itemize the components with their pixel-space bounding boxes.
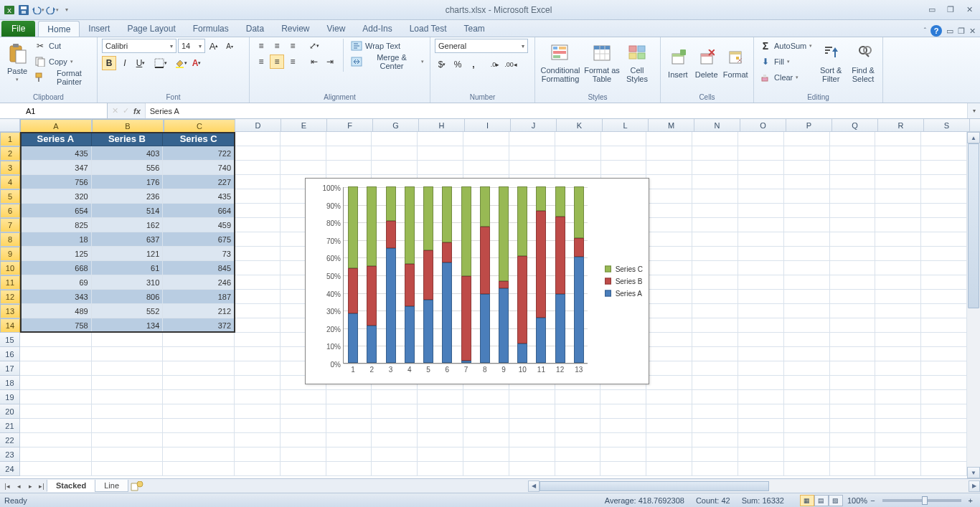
cell[interactable] <box>830 318 876 333</box>
column-header[interactable]: N <box>694 119 740 131</box>
cell[interactable] <box>875 333 921 347</box>
cell[interactable] <box>692 247 738 261</box>
cell[interactable] <box>921 361 967 376</box>
cell[interactable] <box>418 132 463 146</box>
view-normal-icon[interactable]: ▦ <box>800 495 814 506</box>
fx-icon[interactable]: fx <box>133 107 141 115</box>
cell[interactable] <box>921 462 967 476</box>
cell[interactable] <box>463 433 509 447</box>
tab-team[interactable]: Team <box>455 21 493 37</box>
workbook-minimize-icon[interactable]: ▭ <box>946 27 953 36</box>
cell[interactable] <box>738 404 784 419</box>
name-box-input[interactable] <box>0 107 107 115</box>
cell[interactable] <box>646 218 692 232</box>
cell[interactable] <box>600 433 646 447</box>
column-header[interactable]: D <box>235 119 281 131</box>
cell[interactable] <box>692 146 738 161</box>
cell[interactable] <box>372 390 418 404</box>
column-header[interactable]: M <box>649 119 694 131</box>
cell[interactable] <box>692 347 738 361</box>
cell[interactable] <box>326 419 372 433</box>
cell[interactable] <box>738 189 784 204</box>
chart-object[interactable]: 0%10%20%30%40%50%60%70%80%90%100%1234567… <box>305 178 649 384</box>
cell[interactable] <box>235 376 281 390</box>
align-center-icon[interactable]: ≡ <box>270 55 284 69</box>
row-header[interactable]: 14 <box>0 318 20 333</box>
cell[interactable] <box>646 376 692 390</box>
cell[interactable] <box>738 347 784 361</box>
orientation-icon[interactable]: ⤢▾ <box>307 39 321 53</box>
cell[interactable] <box>738 433 784 447</box>
column-header[interactable]: P <box>786 119 832 131</box>
cell[interactable] <box>692 232 738 247</box>
cell[interactable]: 806 <box>92 290 164 304</box>
row-header[interactable]: 5 <box>0 189 20 204</box>
cell[interactable] <box>20 390 92 404</box>
cell[interactable] <box>875 232 921 247</box>
cell[interactable] <box>738 204 784 218</box>
cell[interactable] <box>235 189 281 204</box>
column-header[interactable]: E <box>281 119 327 131</box>
cell[interactable] <box>830 447 876 462</box>
cell[interactable] <box>235 204 281 218</box>
cell[interactable] <box>830 275 876 290</box>
cell[interactable] <box>235 390 281 404</box>
cell[interactable] <box>646 261 692 275</box>
row-header[interactable]: 4 <box>0 175 20 189</box>
cell[interactable] <box>692 275 738 290</box>
zoom-out-icon[interactable]: − <box>867 496 877 505</box>
minimize-ribbon-icon[interactable]: ˆ <box>924 27 926 35</box>
cell[interactable] <box>692 376 738 390</box>
row-header[interactable]: 7 <box>0 218 20 232</box>
cell[interactable]: 236 <box>92 189 164 204</box>
cell[interactable] <box>921 146 967 161</box>
redo-icon[interactable]: ▾ <box>46 4 59 16</box>
zoom-slider-thumb[interactable] <box>922 496 928 505</box>
cell[interactable]: 825 <box>20 218 92 232</box>
cell[interactable]: 668 <box>20 261 92 275</box>
row-header[interactable]: 22 <box>0 433 20 447</box>
cell[interactable] <box>463 161 509 175</box>
cell[interactable] <box>692 333 738 347</box>
format-cells-button[interactable]: Format <box>722 39 749 86</box>
cell[interactable] <box>600 404 646 419</box>
cell[interactable] <box>163 376 235 390</box>
cell[interactable] <box>92 447 164 462</box>
cell[interactable] <box>281 419 326 433</box>
cell[interactable] <box>163 433 235 447</box>
cell[interactable] <box>784 304 830 318</box>
cell[interactable] <box>784 275 830 290</box>
cell[interactable] <box>555 132 601 146</box>
cell[interactable] <box>20 462 92 476</box>
cell[interactable] <box>921 261 967 275</box>
fill-color-button[interactable]: ▾ <box>174 56 188 70</box>
decrease-indent-icon[interactable]: ⇤ <box>307 55 321 69</box>
cell[interactable] <box>830 132 876 146</box>
cell[interactable]: 176 <box>92 175 164 189</box>
row-header[interactable]: 8 <box>0 232 20 247</box>
cell[interactable] <box>235 218 281 232</box>
column-header[interactable]: J <box>511 119 557 131</box>
cell[interactable] <box>921 390 967 404</box>
cell[interactable]: 637 <box>92 232 164 247</box>
cell[interactable]: Series A <box>20 132 92 146</box>
cell[interactable] <box>830 204 876 218</box>
cell[interactable] <box>463 390 509 404</box>
cell[interactable] <box>738 232 784 247</box>
cell[interactable] <box>281 462 326 476</box>
tab-insert[interactable]: Insert <box>80 21 118 37</box>
cell[interactable] <box>509 132 555 146</box>
workbook-close-icon[interactable]: ✕ <box>969 27 976 36</box>
tab-nav-last-icon[interactable]: ▸| <box>36 480 47 492</box>
cell[interactable] <box>326 462 372 476</box>
cell[interactable] <box>692 189 738 204</box>
cell[interactable] <box>921 161 967 175</box>
row-header[interactable]: 6 <box>0 204 20 218</box>
cell[interactable] <box>372 433 418 447</box>
cell[interactable] <box>646 462 692 476</box>
merge-center-button[interactable]: Merge & Center▾ <box>349 55 425 69</box>
column-header[interactable]: A <box>20 119 92 133</box>
column-header[interactable]: L <box>603 119 649 131</box>
zoom-level[interactable]: 100% <box>847 496 867 505</box>
cell[interactable] <box>646 447 692 462</box>
